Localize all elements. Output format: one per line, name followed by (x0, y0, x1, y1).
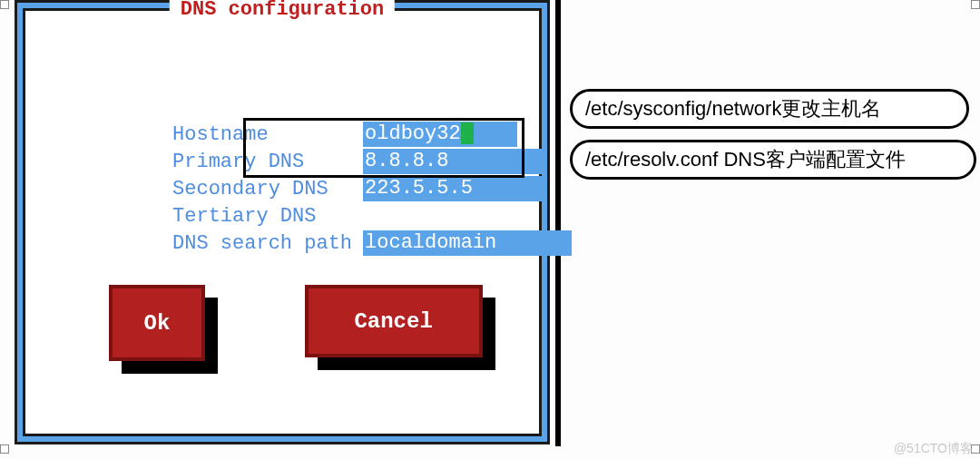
input-primary-dns[interactable]: 8.8.8.8 (363, 149, 544, 174)
dns-dialog: DNS configuration Hostnameoldboy32 Prima… (23, 8, 542, 436)
note-network-file: /etc/sysconfig/network更改主机名 (570, 89, 969, 129)
text-cursor-icon (461, 122, 474, 144)
selection-handle-icon (0, 0, 9, 9)
input-hostname[interactable]: oldboy32 (363, 122, 517, 147)
selection-handle-icon (971, 0, 980, 9)
label-primary-dns: Primary DNS (172, 149, 363, 176)
canvas: DNS configuration Hostnameoldboy32 Prima… (0, 0, 980, 459)
ok-button-label: Ok (144, 311, 171, 336)
cancel-button[interactable]: Cancel (305, 285, 483, 357)
input-search-path[interactable]: localdomain (363, 230, 572, 256)
row-hostname: Hostnameoldboy32 (53, 94, 572, 122)
label-hostname: Hostname (172, 122, 363, 149)
button-row: Ok Cancel (109, 285, 483, 361)
note-resolv-file: /etc/resolv.conf DNS客户端配置文件 (570, 140, 976, 180)
ok-button[interactable]: Ok (109, 285, 205, 361)
fields-area: Hostnameoldboy32 Primary DNS8.8.8.8 Seco… (53, 94, 572, 230)
dns-dialog-outer: DNS configuration Hostnameoldboy32 Prima… (15, 0, 550, 444)
label-secondary-dns: Secondary DNS (172, 176, 363, 203)
selection-handle-icon (0, 444, 9, 454)
input-tertiary-dns[interactable] (363, 203, 517, 229)
label-tertiary-dns: Tertiary DNS (172, 203, 363, 230)
watermark: @51CTO博客 (894, 441, 973, 457)
input-secondary-dns[interactable]: 223.5.5.5 (363, 176, 544, 201)
label-search-path: DNS search path (172, 230, 363, 258)
cancel-button-label: Cancel (354, 309, 432, 334)
dialog-title: DNS configuration (170, 0, 395, 21)
